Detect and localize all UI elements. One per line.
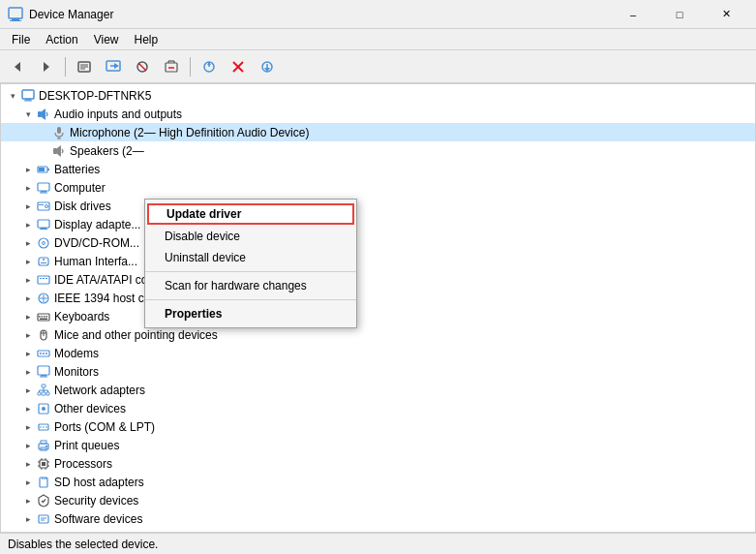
tree-item-disk[interactable]: Disk drives — [1, 197, 755, 215]
expand-sound[interactable] — [20, 530, 36, 533]
tree-item-other[interactable]: Other devices — [1, 399, 755, 417]
svg-rect-51 — [41, 262, 46, 263]
expand-mice[interactable] — [20, 327, 36, 343]
close-button[interactable]: ✕ — [704, 0, 748, 29]
ctx-scan-hardware[interactable]: Scan for hardware changes — [145, 275, 356, 296]
tree-item-display[interactable]: Display adapte... — [1, 215, 755, 233]
ctx-disable-device[interactable]: Disable device — [145, 226, 356, 247]
toolbar-down[interactable] — [254, 54, 281, 79]
tree-label-hid: Human Interfa... — [54, 255, 137, 268]
svg-rect-36 — [47, 169, 49, 170]
expand-keyboards[interactable] — [20, 309, 36, 324]
expand-monitors[interactable] — [20, 364, 36, 380]
menu-file[interactable]: File — [4, 31, 38, 48]
maximize-button[interactable]: □ — [657, 0, 702, 29]
svg-rect-77 — [42, 392, 45, 395]
expand-dvd[interactable] — [20, 235, 36, 251]
tree-item-keyboards[interactable]: Keyboards — [1, 307, 755, 325]
ctx-uninstall-device[interactable]: Uninstall device — [145, 247, 356, 268]
expand-network[interactable] — [20, 383, 36, 398]
tree-label-speakers: Speakers (2— — [70, 144, 144, 158]
expand-ieee[interactable] — [20, 291, 36, 306]
expand-security[interactable] — [20, 493, 36, 508]
tree-item-software[interactable]: Software devices — [1, 509, 755, 528]
minimize-button[interactable]: – — [611, 0, 655, 29]
expand-processors[interactable] — [20, 456, 36, 472]
toolbar-update-driver[interactable] — [100, 54, 127, 79]
tree-item-ide[interactable]: IDE ATA/ATAPI controllers — [1, 270, 755, 289]
expand-print[interactable] — [20, 438, 36, 453]
tree-label-sound: Sound, video and game controllers — [54, 531, 233, 533]
toolbar-disable[interactable] — [129, 54, 156, 79]
tree-item-ports[interactable]: Ports (COM & LPT) — [1, 417, 755, 436]
ctx-update-driver[interactable]: Update driver — [147, 203, 354, 225]
toolbar-back[interactable] — [4, 54, 31, 79]
svg-rect-78 — [46, 392, 49, 395]
expand-batteries[interactable] — [20, 162, 36, 177]
svg-point-70 — [43, 353, 45, 354]
expand-disk[interactable] — [20, 199, 36, 214]
tree-item-hid[interactable]: Human Interfa... — [1, 252, 755, 270]
svg-point-88 — [45, 426, 47, 428]
expand-software[interactable] — [20, 511, 36, 527]
toolbar-forward[interactable] — [33, 54, 60, 79]
menu-view[interactable]: View — [86, 31, 127, 48]
menu-action[interactable]: Action — [38, 31, 85, 48]
tree-item-monitors[interactable]: Monitors — [1, 362, 755, 381]
tree-item-speakers[interactable]: Speakers (2— — [1, 141, 755, 160]
tree-item-computer[interactable]: Computer — [1, 178, 755, 197]
tree-item-modems[interactable]: Modems — [1, 344, 755, 362]
disk-icon — [36, 199, 51, 214]
ctx-update-driver-label: Update driver — [166, 207, 241, 221]
svg-rect-90 — [41, 441, 46, 444]
tree-item-mice[interactable]: Mice and other pointing devices — [1, 325, 755, 344]
security-icon — [36, 493, 51, 508]
tree-item-security[interactable]: Security devices — [1, 491, 755, 509]
tree-item-batteries[interactable]: Batteries — [1, 160, 755, 178]
svg-rect-94 — [42, 462, 45, 466]
svg-rect-29 — [24, 100, 32, 101]
ctx-disable-label: Disable device — [165, 230, 240, 243]
expand-modems[interactable] — [20, 346, 36, 361]
expand-other[interactable] — [20, 401, 36, 416]
expand-sd[interactable] — [20, 475, 36, 490]
svg-marker-11 — [114, 63, 119, 69]
svg-rect-72 — [38, 366, 49, 375]
svg-rect-27 — [22, 90, 34, 99]
tree-item-audio[interactable]: Audio inputs and outputs — [1, 105, 755, 123]
svg-point-71 — [45, 353, 47, 354]
tree-label-display: Display adapte... — [54, 218, 140, 231]
expand-root[interactable] — [5, 88, 20, 104]
menu-help[interactable]: Help — [127, 31, 166, 48]
toolbar-properties[interactable] — [71, 54, 98, 79]
expand-ports[interactable] — [20, 419, 36, 435]
expand-ide[interactable] — [20, 272, 36, 288]
device-tree[interactable]: DESKTOP-DFTNRK5 Audio inputs and outputs — [1, 84, 755, 532]
tree-item-sound[interactable]: Sound, video and game controllers — [1, 528, 755, 532]
tree-item-ieee[interactable]: IEEE 1394 host controllers — [1, 289, 755, 307]
svg-rect-107 — [39, 515, 48, 523]
svg-rect-0 — [9, 8, 22, 18]
svg-rect-92 — [45, 446, 47, 447]
tree-item-print[interactable]: Print queues — [1, 436, 755, 454]
tree-item-root[interactable]: DESKTOP-DFTNRK5 — [1, 86, 755, 105]
expand-audio[interactable] — [20, 107, 36, 122]
ctx-properties[interactable]: Properties — [145, 303, 356, 324]
toolbar-scan[interactable] — [196, 54, 223, 79]
svg-rect-1 — [12, 18, 19, 20]
expand-display[interactable] — [20, 217, 36, 232]
toolbar-delete[interactable] — [225, 54, 252, 79]
tree-item-processors[interactable]: Processors — [1, 454, 755, 473]
speaker-icon — [51, 143, 67, 159]
tree-item-sd[interactable]: SD host adapters — [1, 473, 755, 491]
svg-rect-44 — [38, 220, 49, 228]
tree-label-disk: Disk drives — [54, 200, 111, 213]
tree-item-dvd[interactable]: DVD/CD-ROM... — [1, 233, 755, 252]
ctx-sep-1 — [145, 271, 356, 272]
toolbar-uninstall[interactable] — [158, 54, 185, 79]
expand-computer[interactable] — [20, 180, 36, 196]
tree-item-network[interactable]: Network adapters — [1, 381, 755, 399]
toolbar — [0, 50, 756, 83]
expand-hid[interactable] — [20, 254, 36, 269]
tree-item-mic[interactable]: Microphone (2— High Definition Audio Dev… — [1, 123, 755, 141]
